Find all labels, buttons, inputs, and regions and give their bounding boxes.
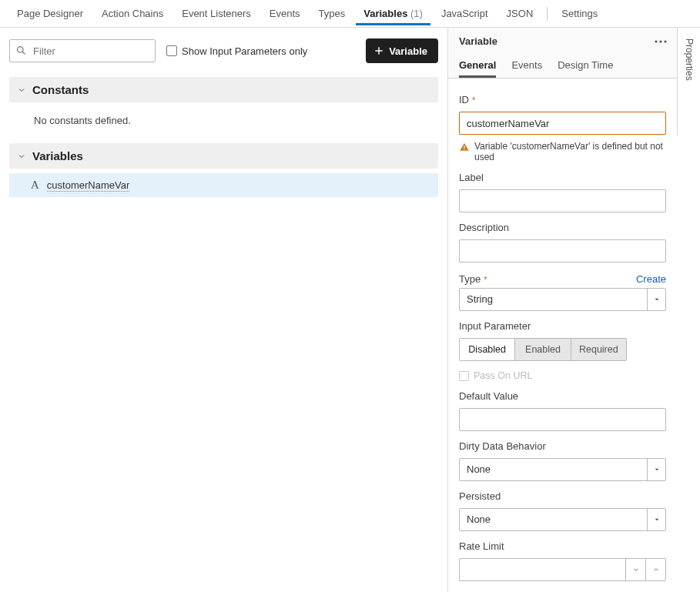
chevron-up-icon: [652, 566, 660, 574]
svg-line-1: [22, 52, 25, 54]
input-parameter-label: Input Parameter: [459, 320, 666, 332]
tab-variables-label: Variables: [363, 8, 407, 19]
id-warning-text: Variable 'customerNameVar' is defined bu…: [474, 141, 666, 162]
svg-point-5: [659, 40, 661, 42]
properties-vertical-tab[interactable]: Properties: [677, 28, 700, 135]
chevron-down-icon: [17, 85, 26, 95]
warning-icon: [459, 142, 470, 152]
search-icon: [15, 45, 27, 56]
input-param-required[interactable]: Required: [571, 339, 626, 360]
chevron-down-icon: [17, 152, 26, 161]
tab-separator: [547, 7, 548, 21]
svg-point-6: [664, 40, 666, 42]
properties-sub-tabs: General Events Design Time: [448, 55, 677, 79]
rate-limit-collapse[interactable]: [645, 559, 665, 580]
type-label: Type*: [459, 273, 487, 285]
tab-events[interactable]: Events: [262, 2, 308, 25]
top-tabs: Page Designer Action Chains Event Listen…: [0, 0, 700, 28]
dirty-data-value: None: [460, 459, 647, 480]
constants-title: Constants: [32, 83, 89, 96]
input-param-enabled[interactable]: Enabled: [515, 339, 571, 360]
label-label: Label: [459, 172, 666, 183]
svg-point-0: [18, 47, 24, 53]
properties-header: Variable: [448, 28, 677, 55]
variable-name: customerNameVar: [47, 179, 129, 192]
persisted-caret: [647, 509, 665, 530]
plus-icon: [373, 45, 384, 56]
pass-on-url-checkbox: [459, 371, 469, 381]
caret-down-icon: [653, 516, 661, 523]
tab-variables-count: (1): [410, 8, 423, 19]
variables-title: Variables: [32, 149, 83, 162]
id-warning: Variable 'customerNameVar' is defined bu…: [459, 141, 666, 162]
default-value-input[interactable]: [459, 408, 666, 431]
sub-tab-design-time[interactable]: Design Time: [558, 55, 613, 78]
type-select-caret: [647, 289, 665, 310]
tab-settings[interactable]: Settings: [554, 2, 605, 25]
main-area: Show Input Parameters only Variable Cons…: [0, 28, 700, 592]
show-input-params-label: Show Input Parameters only: [182, 45, 307, 57]
dirty-data-label: Dirty Data Behavior: [459, 440, 666, 452]
input-parameter-segmented: Disabled Enabled Required: [459, 338, 627, 361]
tab-action-chains[interactable]: Action Chains: [94, 2, 171, 25]
add-variable-label: Variable: [389, 45, 427, 57]
more-options-button[interactable]: [654, 39, 668, 44]
create-type-link[interactable]: Create: [636, 273, 666, 285]
svg-rect-7: [464, 145, 464, 148]
input-param-disabled[interactable]: Disabled: [460, 339, 515, 360]
persisted-select[interactable]: None: [459, 508, 666, 531]
svg-rect-8: [464, 149, 464, 149]
chevron-down-icon: [632, 566, 640, 574]
description-input[interactable]: [459, 239, 666, 263]
id-label: ID*: [459, 94, 666, 105]
ellipsis-icon: [654, 39, 668, 44]
tab-page-designer[interactable]: Page Designer: [9, 2, 91, 25]
default-value-label: Default Value: [459, 390, 666, 402]
caret-down-icon: [653, 296, 661, 303]
caret-down-icon: [653, 466, 661, 473]
persisted-label: Persisted: [459, 490, 666, 502]
pass-on-url-row: Pass On URL: [459, 370, 666, 381]
checkbox-icon: [166, 45, 177, 56]
variables-list-pane: Show Input Parameters only Variable Cons…: [0, 28, 447, 592]
tab-types[interactable]: Types: [311, 2, 353, 25]
pass-on-url-label: Pass On URL: [474, 370, 532, 381]
type-select[interactable]: String: [459, 288, 666, 311]
rate-limit-expand[interactable]: [625, 559, 645, 580]
rate-limit-value: [460, 559, 625, 580]
tab-event-listeners[interactable]: Event Listeners: [174, 2, 259, 25]
description-label: Description: [459, 222, 666, 233]
rate-limit-label: Rate Limit: [459, 540, 666, 552]
filter-wrap: [9, 39, 156, 62]
type-select-value: String: [460, 289, 647, 310]
tab-javascript[interactable]: JavaScript: [434, 2, 496, 25]
filter-input[interactable]: [9, 39, 156, 62]
properties-pane: Variable General Events Design Time ID* …: [447, 28, 677, 592]
sub-tab-events[interactable]: Events: [511, 55, 542, 78]
variables-section-header[interactable]: Variables: [9, 143, 438, 169]
dirty-data-select[interactable]: None: [459, 458, 666, 481]
persisted-value: None: [460, 509, 647, 530]
add-variable-button[interactable]: Variable: [366, 38, 438, 63]
dirty-data-caret: [647, 459, 665, 480]
constants-section-header[interactable]: Constants: [9, 77, 438, 102]
properties-vertical-label: Properties: [684, 38, 695, 81]
label-input[interactable]: [459, 189, 666, 212]
properties-form: ID* Variable 'customerNameVar' is define…: [448, 79, 677, 592]
sub-tab-general[interactable]: General: [459, 55, 496, 78]
svg-point-4: [655, 40, 657, 42]
show-input-params-checkbox[interactable]: Show Input Parameters only: [166, 45, 307, 57]
tab-json[interactable]: JSON: [499, 2, 541, 25]
id-input[interactable]: [459, 112, 666, 135]
tab-variables[interactable]: Variables (1): [356, 2, 430, 25]
rate-limit-control[interactable]: [459, 558, 666, 581]
constants-empty-message: No constants defined.: [9, 107, 438, 143]
variable-row[interactable]: A customerNameVar: [9, 173, 438, 197]
string-type-icon: A: [31, 179, 39, 192]
properties-title: Variable: [459, 35, 497, 47]
left-toolbar: Show Input Parameters only Variable: [9, 38, 438, 63]
